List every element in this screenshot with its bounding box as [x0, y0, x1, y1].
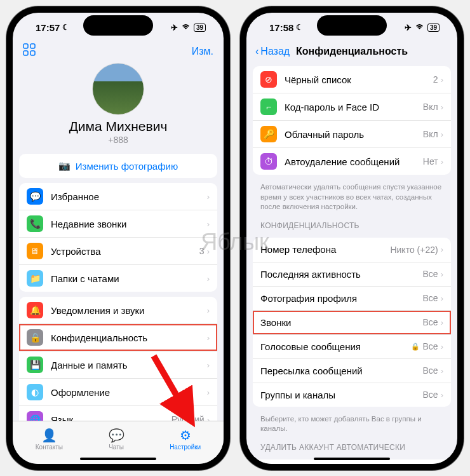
list-row[interactable]: 🔔Уведомления и звуки› [19, 297, 217, 323]
list-row[interactable]: ⌐Код-пароль и Face IDВкл› [253, 93, 451, 120]
row-label: Голосовые сообщения [260, 341, 411, 352]
row-value: 3 [199, 246, 205, 256]
chevron-right-icon: › [441, 269, 443, 279]
tab-icon: 💬 [109, 428, 124, 443]
profile-name: Дима Михневич [23, 119, 213, 134]
row-icon: 🔑 [260, 126, 277, 142]
phone-left: 17:57 ☾ ✈ 39 Изм. Дима Михнев [6, 6, 230, 470]
change-photo-label: Изменить фотографию [76, 161, 178, 172]
chevron-right-icon: › [207, 219, 210, 229]
note-autodelete: Автоматически удалять сообщения спустя у… [246, 180, 457, 212]
home-indicator [314, 458, 390, 460]
row-label: Конфиденциальность [51, 332, 207, 343]
row-icon: ⌐ [260, 99, 277, 115]
row-label: Группы и каналы [260, 390, 423, 400]
chevron-right-icon: › [207, 274, 210, 283]
airplane-icon: ✈ [405, 23, 412, 32]
profile-phone: +888 [23, 135, 213, 145]
chevron-right-icon: › [441, 294, 443, 303]
nav-header: ‹ Назад Конфиденциальность [246, 42, 457, 61]
header: Изм. [13, 42, 224, 63]
row-icon: ⊘ [260, 71, 277, 88]
camera-icon: 📷 [58, 160, 70, 172]
chevron-right-icon: › [207, 388, 210, 397]
row-value: Все [423, 317, 438, 327]
list-row[interactable]: Голосовые сообщения🔒Все› [253, 334, 451, 358]
list-row[interactable]: Группы и каналыВсе› [253, 383, 451, 407]
back-label: Назад [260, 46, 290, 57]
chevron-right-icon: › [207, 192, 210, 201]
list-row[interactable]: ЗвонкиВсе› [253, 310, 451, 334]
list-row[interactable]: ⊘Чёрный список2› [253, 66, 451, 93]
row-icon: ⏱ [260, 153, 277, 170]
chevron-right-icon: › [207, 333, 210, 343]
chevron-right-icon: › [441, 342, 443, 351]
group-general: 💬Избранное›📞Недавние звонки›🖥Устройства3… [19, 183, 217, 292]
change-photo-button[interactable]: 📷 Изменить фотографию [19, 154, 217, 178]
list-row[interactable]: Номер телефонаНикто (+22)› [253, 238, 451, 262]
header-delete: УДАЛИТЬ АККАУНТ АВТОМАТИЧЕСКИ [246, 434, 457, 454]
row-label: Избранное [51, 191, 207, 202]
screen-privacy: 17:58 ☾ ✈ 39 ‹ Назад Конфиденциальность [246, 13, 457, 464]
row-value: Все [423, 390, 438, 400]
list-row[interactable]: 📁Папки с чатами› [19, 264, 217, 292]
page-title: Конфиденциальность [296, 46, 408, 57]
battery-icon: 39 [427, 24, 440, 32]
chevron-right-icon: › [441, 75, 443, 85]
row-value: Все [423, 269, 438, 279]
qr-icon[interactable] [23, 43, 36, 59]
wifi-icon [415, 23, 424, 32]
lock-icon: 🔒 [411, 343, 420, 351]
group-photo: 📷 Изменить фотографию [19, 154, 217, 178]
list-row[interactable]: 🔒Конфиденциальность› [19, 323, 217, 351]
row-label: Уведомления и звуки [51, 305, 207, 316]
chevron-right-icon: › [441, 157, 443, 167]
row-label: Звонки [260, 317, 423, 328]
row-label: Номер телефона [260, 244, 390, 255]
list-row[interactable]: 💬Избранное› [19, 183, 217, 210]
tab-Чаты[interactable]: 💬Чаты [109, 428, 124, 451]
svg-rect-1 [30, 44, 35, 48]
back-button[interactable]: ‹ Назад [255, 46, 290, 57]
list-row[interactable]: Последняя активностьВсе› [253, 262, 451, 286]
home-indicator [80, 458, 156, 460]
dnd-icon: ☾ [296, 23, 303, 32]
row-value: 2 [433, 74, 438, 85]
list-row[interactable]: 📞Недавние звонки› [19, 210, 217, 237]
list-row[interactable]: 🔑Облачный парольВкл› [253, 120, 451, 147]
row-icon: 🌐 [27, 411, 43, 421]
row-label: Пересылка сообщений [260, 365, 423, 376]
dnd-icon: ☾ [62, 23, 69, 32]
note-groups: Выберите, кто может добавлять Вас в груп… [246, 412, 457, 434]
chevron-right-icon: › [441, 245, 443, 254]
row-icon: 💬 [27, 188, 43, 205]
row-value: Все [423, 365, 438, 376]
notch [317, 15, 387, 36]
row-value: Нет [423, 156, 438, 167]
avatar[interactable] [92, 63, 144, 115]
battery-icon: 39 [194, 24, 206, 32]
chevron-right-icon: › [441, 318, 443, 327]
chevron-right-icon: › [441, 130, 443, 139]
row-label: Папки с чатами [51, 273, 207, 284]
list-row[interactable]: ⏱Автоудаление сообщенийНет› [253, 147, 451, 175]
header-privacy: КОНФИДЕНЦИАЛЬНОСТЬ [246, 212, 457, 233]
group-security: ⊘Чёрный список2›⌐Код-пароль и Face IDВкл… [253, 66, 451, 175]
row-icon: 📁 [27, 270, 43, 287]
chevron-left-icon: ‹ [255, 46, 258, 57]
list-row[interactable]: 🖥Устройства3› [19, 237, 217, 264]
group-privacy: Номер телефонаНикто (+22)›Последняя акти… [253, 238, 451, 407]
svg-rect-0 [24, 44, 28, 48]
wifi-icon [181, 23, 191, 32]
list-row[interactable]: Фотография профиляВсе› [253, 286, 451, 310]
status-time: 17:58 [269, 22, 293, 33]
row-label: Недавние звонки [51, 219, 207, 229]
list-row[interactable]: Пересылка сообщенийВсе› [253, 358, 451, 383]
row-icon: 🔔 [27, 302, 43, 318]
row-value: Вкл [423, 102, 438, 112]
tab-Контакты[interactable]: 👤Контакты [36, 428, 63, 451]
row-label: Последняя активность [260, 269, 423, 280]
edit-button[interactable]: Изм. [192, 46, 213, 57]
svg-rect-2 [24, 51, 28, 55]
chevron-right-icon: › [207, 415, 210, 421]
